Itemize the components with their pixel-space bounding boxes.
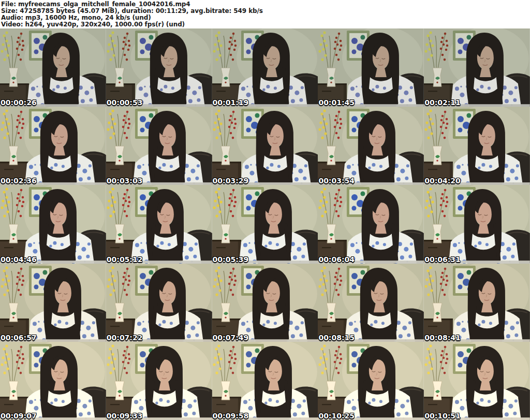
timestamp-overlay: 00:03:29 — [213, 177, 249, 184]
video-thumbnail[interactable]: 00:06:57 — [0, 264, 106, 342]
video-thumbnail[interactable]: 00:03:54 — [318, 107, 424, 185]
webcam-frame-placeholder — [0, 28, 106, 107]
video-thumbnail[interactable]: 00:08:41 — [424, 264, 530, 342]
media-info-header: File: myfreecams_olga_mitchell_female_10… — [0, 0, 530, 28]
video-thumbnail[interactable]: 00:10:51 — [424, 342, 530, 420]
timestamp-overlay: 00:09:33 — [107, 412, 143, 419]
video-thumbnail[interactable]: 00:06:31 — [424, 185, 530, 263]
webcam-frame-placeholder — [318, 264, 424, 342]
video-thumbnail[interactable]: 00:02:11 — [424, 28, 530, 107]
webcam-frame-placeholder — [318, 342, 424, 420]
timestamp-overlay: 00:00:26 — [1, 99, 37, 106]
video-thumbnail[interactable]: 00:00:26 — [0, 28, 106, 107]
timestamp-overlay: 00:07:49 — [213, 334, 249, 341]
webcam-frame-placeholder — [424, 107, 530, 185]
video-thumbnail[interactable]: 00:08:15 — [318, 264, 424, 342]
webcam-frame-placeholder — [212, 342, 318, 420]
webcam-frame-placeholder — [0, 264, 106, 342]
timestamp-overlay: 00:02:36 — [1, 177, 37, 184]
timestamp-overlay: 00:07:22 — [107, 334, 143, 341]
webcam-frame-placeholder — [424, 342, 530, 420]
webcam-frame-placeholder — [424, 28, 530, 107]
timestamp-overlay: 00:06:04 — [318, 256, 355, 263]
timestamp-overlay: 00:08:41 — [424, 334, 461, 341]
webcam-frame-placeholder — [424, 185, 530, 263]
webcam-frame-placeholder — [106, 185, 212, 263]
video-thumbnail[interactable]: 00:03:03 — [106, 107, 212, 185]
webcam-frame-placeholder — [318, 185, 424, 263]
video-thumbnail[interactable]: 00:09:07 — [0, 342, 106, 420]
video-thumbnail[interactable]: 00:09:33 — [106, 342, 212, 420]
webcam-frame-placeholder — [106, 264, 212, 342]
webcam-frame-placeholder — [106, 28, 212, 107]
video-thumbnail[interactable]: 00:01:45 — [318, 28, 424, 107]
webcam-frame-placeholder — [424, 264, 530, 342]
webcam-frame-placeholder — [318, 28, 424, 107]
video-thumbnail[interactable]: 00:04:20 — [424, 107, 530, 185]
timestamp-overlay: 00:05:12 — [107, 256, 143, 263]
webcam-frame-placeholder — [212, 264, 318, 342]
video-thumbnail[interactable]: 00:05:12 — [106, 185, 212, 263]
timestamp-overlay: 00:03:54 — [318, 177, 355, 184]
timestamp-overlay: 00:04:20 — [424, 177, 461, 184]
webcam-frame-placeholder — [212, 28, 318, 107]
video-info-line: Video: h264, yuv420p, 320x240, 1000.00 f… — [1, 21, 530, 28]
video-thumbnail[interactable]: 00:10:25 — [318, 342, 424, 420]
webcam-frame-placeholder — [0, 342, 106, 420]
timestamp-overlay: 00:00:53 — [107, 99, 143, 106]
timestamp-overlay: 00:01:45 — [318, 99, 355, 106]
thumbnail-grid: 00:00:26 — [0, 28, 530, 420]
timestamp-overlay: 00:03:03 — [107, 177, 143, 184]
video-thumbnail[interactable]: 00:01:19 — [212, 28, 318, 107]
timestamp-overlay: 00:05:39 — [213, 256, 249, 263]
webcam-frame-placeholder — [106, 342, 212, 420]
video-thumbnail[interactable]: 00:07:22 — [106, 264, 212, 342]
webcam-frame-placeholder — [106, 107, 212, 185]
webcam-frame-placeholder — [212, 107, 318, 185]
webcam-frame-placeholder — [212, 185, 318, 263]
video-thumbnail[interactable]: 00:02:36 — [0, 107, 106, 185]
timestamp-overlay: 00:06:57 — [1, 334, 37, 341]
video-thumbnail[interactable]: 00:09:58 — [212, 342, 318, 420]
timestamp-overlay: 00:09:58 — [213, 412, 249, 419]
video-thumbnail[interactable]: 00:00:53 — [106, 28, 212, 107]
webcam-frame-placeholder — [0, 185, 106, 263]
video-thumbnail[interactable]: 00:04:46 — [0, 185, 106, 263]
timestamp-overlay: 00:01:19 — [213, 99, 249, 106]
video-thumbnail[interactable]: 00:03:29 — [212, 107, 318, 185]
timestamp-overlay: 00:09:07 — [1, 412, 37, 419]
timestamp-overlay: 00:02:11 — [424, 99, 461, 106]
timestamp-overlay: 00:04:46 — [1, 256, 37, 263]
webcam-frame-placeholder — [318, 107, 424, 185]
timestamp-overlay: 00:06:31 — [424, 256, 461, 263]
video-thumbnail[interactable]: 00:07:49 — [212, 264, 318, 342]
timestamp-overlay: 00:10:51 — [424, 412, 461, 419]
timestamp-overlay: 00:08:15 — [318, 334, 355, 341]
webcam-frame-placeholder — [0, 107, 106, 185]
video-thumbnail[interactable]: 00:06:04 — [318, 185, 424, 263]
video-thumbnail[interactable]: 00:05:39 — [212, 185, 318, 263]
video-contact-sheet: File: myfreecams_olga_mitchell_female_10… — [0, 0, 530, 420]
timestamp-overlay: 00:10:25 — [318, 412, 355, 419]
